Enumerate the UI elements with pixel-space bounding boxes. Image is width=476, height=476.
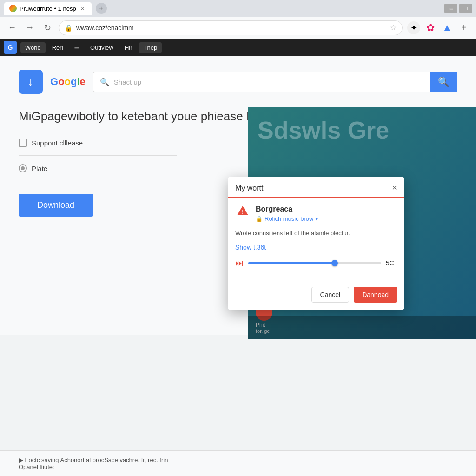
modal-close-button[interactable]: × bbox=[392, 183, 397, 193]
extensions-icon[interactable]: ✦ bbox=[407, 21, 420, 34]
modal-description: Wrote connsiliens left of the alamle ple… bbox=[235, 229, 397, 238]
confirm-button[interactable]: Dannoad bbox=[354, 287, 397, 303]
browser-tab[interactable]: Pruwedrrute • 1 nesp × bbox=[4, 2, 92, 15]
modal-footer: Cancel Dannoad bbox=[228, 283, 404, 310]
address-bar: ← → ↻ 🔒 wwaw.coz/enaclmm ☆ ✦ ✿ ▲ + bbox=[0, 17, 476, 39]
bookmark-icon[interactable]: ☆ bbox=[390, 23, 397, 32]
back-button[interactable]: ← bbox=[6, 21, 19, 34]
menu-separator: ≡ bbox=[70, 41, 84, 54]
app-menubar: G World Reri ≡ Qutiview Hlr Thep bbox=[0, 39, 476, 56]
right-bg-bottom: Phit tor. gc bbox=[248, 316, 476, 339]
checkbox-label: Suppont clllease bbox=[32, 139, 83, 147]
maximize-button[interactable]: ❐ bbox=[459, 4, 472, 13]
google-logo: Google bbox=[50, 76, 86, 88]
modal-title: My wortt bbox=[235, 184, 263, 192]
slider-track[interactable] bbox=[248, 262, 381, 264]
radio-label: Plate bbox=[32, 165, 47, 172]
menu-item-world[interactable]: World bbox=[20, 42, 46, 53]
google-download-icon: ↓ bbox=[19, 70, 43, 94]
url-input[interactable]: 🔒 wwaw.coz/enaclmm ☆ bbox=[59, 20, 403, 35]
modal-slider-row: ⏭ 5C bbox=[235, 258, 397, 268]
menu-logo: G bbox=[4, 41, 17, 54]
lock-icon: 🔒 bbox=[65, 24, 73, 32]
browser-titlebar: Pruwedrrute • 1 nesp × + ▭ ❐ bbox=[0, 0, 476, 17]
menu-icon[interactable]: ▲ bbox=[441, 21, 454, 34]
modal-dialog: My wortt × ! Borgreaca 🔒 Rolich music br… bbox=[228, 177, 404, 310]
bottom-main-text: ▶ Foctc saving Achonort al procSace vach… bbox=[19, 456, 457, 463]
profile-icon[interactable]: ✿ bbox=[424, 21, 437, 34]
menu-item-qutiview[interactable]: Qutiview bbox=[86, 42, 118, 53]
menu-logo-text: G bbox=[8, 44, 13, 51]
modal-warning-link-text: Rolich music brow bbox=[264, 215, 313, 222]
modal-header: My wortt × bbox=[228, 177, 404, 198]
warning-icon-wrapper: ! bbox=[235, 205, 250, 220]
page-header: ↓ Google 🔍 Shact up 🔍 bbox=[19, 70, 457, 94]
svg-text:!: ! bbox=[242, 209, 244, 215]
radio-input[interactable] bbox=[19, 164, 27, 172]
toolbar-icons: ✦ ✿ ▲ + bbox=[407, 21, 470, 34]
url-text: wwaw.coz/enaclmm bbox=[76, 24, 386, 32]
tab-title: Pruwedrrute • 1 nesp bbox=[20, 5, 76, 12]
search-button[interactable]: 🔍 bbox=[430, 72, 457, 92]
right-bg-label: Phit bbox=[256, 322, 469, 328]
slider-fill bbox=[248, 262, 335, 264]
modal-warning-row: ! Borgreaca 🔒 Rolich music brow ▾ bbox=[235, 205, 397, 222]
slider-thumb[interactable] bbox=[331, 260, 338, 266]
modal-warning-link[interactable]: 🔒 Rolich music brow ▾ bbox=[256, 215, 397, 222]
search-input-box[interactable]: 🔍 Shact up bbox=[93, 72, 430, 92]
slider-play-icon: ⏭ bbox=[235, 258, 244, 268]
download-button[interactable]: Download bbox=[19, 194, 93, 217]
tab-close-button[interactable]: × bbox=[79, 5, 86, 12]
forward-button[interactable]: → bbox=[23, 21, 36, 34]
slider-value: 5C bbox=[386, 259, 397, 267]
radio-item: Plate bbox=[19, 164, 177, 181]
new-tab-button[interactable]: + bbox=[96, 3, 107, 14]
modal-warning-title: Borgreaca bbox=[256, 205, 397, 213]
menu-item-thep[interactable]: Thep bbox=[139, 42, 162, 53]
extra-icon[interactable]: + bbox=[457, 21, 470, 34]
warning-triangle-icon: ! bbox=[236, 205, 249, 216]
tab-favicon-icon bbox=[9, 5, 17, 12]
refresh-button[interactable]: ↻ bbox=[41, 21, 54, 34]
menu-item-reri[interactable]: Reri bbox=[47, 42, 68, 53]
modal-warning-link-chevron-icon: ▾ bbox=[315, 215, 318, 222]
search-placeholder: Shact up bbox=[114, 78, 141, 86]
search-submit-icon: 🔍 bbox=[438, 76, 450, 87]
modal-warning-content: Borgreaca 🔒 Rolich music brow ▾ bbox=[256, 205, 397, 222]
search-icon: 🔍 bbox=[100, 78, 109, 86]
modal-show-link[interactable]: Show t.36t bbox=[235, 244, 397, 251]
cancel-button[interactable]: Cancel bbox=[311, 287, 350, 303]
checkbox-item: Suppont clllease bbox=[19, 139, 177, 156]
menu-item-hlr[interactable]: Hlr bbox=[120, 42, 137, 53]
right-bg-sub: tor. gc bbox=[256, 328, 469, 334]
right-bg-title: Sdswls Gre bbox=[258, 116, 389, 144]
bottom-text-area: ▶ Foctc saving Achonort al procSace vach… bbox=[0, 450, 476, 476]
bottom-sub-text: Opanel ltiute: bbox=[19, 463, 457, 470]
search-bar: 🔍 Shact up 🔍 bbox=[93, 72, 457, 92]
form-left: Suppont clllease Plate Download bbox=[19, 139, 177, 217]
titlebar-controls: ▭ ❐ bbox=[444, 4, 472, 13]
modal-body: ! Borgreaca 🔒 Rolich music brow ▾ Wrote … bbox=[228, 198, 404, 283]
checkbox-input[interactable] bbox=[19, 139, 27, 147]
minimize-button[interactable]: ▭ bbox=[444, 4, 457, 13]
